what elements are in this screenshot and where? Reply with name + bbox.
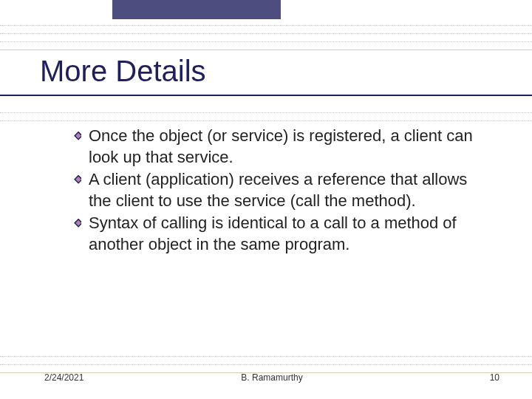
footer-author: B. Ramamurthy [241, 372, 302, 383]
title-underline [0, 95, 532, 96]
list-item: Syntax of calling is identical to a call… [72, 213, 488, 255]
diamond-bullet-icon [72, 130, 83, 143]
footer-date: 2/24/2021 [44, 372, 83, 383]
slide-title: More Details [40, 55, 211, 88]
bullet-list: Once the object (or service) is register… [72, 126, 488, 257]
list-item: Once the object (or service) is register… [72, 126, 488, 168]
list-item-text: Syntax of calling is identical to a call… [89, 213, 488, 255]
footer-page-number: 10 [490, 372, 499, 383]
list-item-text: Once the object (or service) is register… [89, 126, 488, 168]
top-accent-bar [112, 0, 281, 19]
list-item: A client (application) receives a refere… [72, 169, 488, 211]
footer: 2/24/2021 B. Ramamurthy 10 [44, 372, 499, 383]
diamond-bullet-icon [72, 217, 83, 231]
diamond-bullet-icon [72, 174, 83, 187]
list-item-text: A client (application) receives a refere… [89, 169, 488, 211]
